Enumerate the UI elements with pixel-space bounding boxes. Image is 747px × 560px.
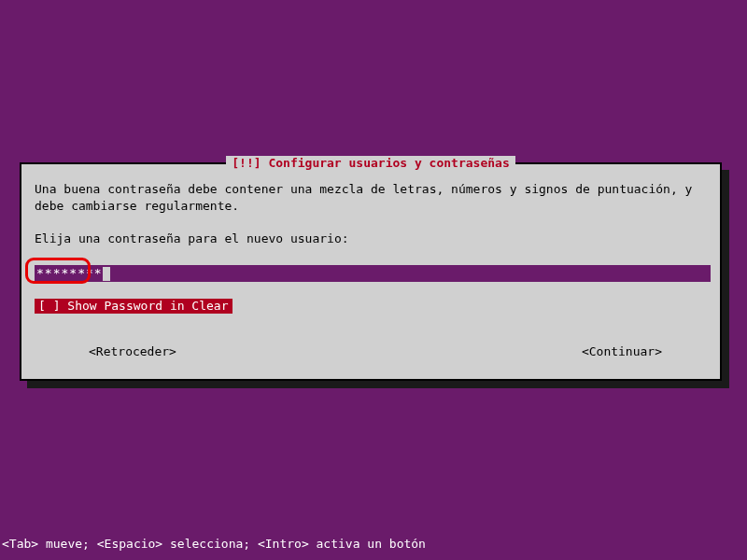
dialog-title-mask: [!!] Configurar usuarios y contraseñas [226,156,514,170]
continue-button[interactable]: <Continuar> [582,344,662,358]
dialog-title-prefix: [!!] [232,156,268,170]
password-value: ******** [36,266,103,280]
password-input[interactable]: ******** [35,265,711,282]
dialog-title-wrap: [!!] Configurar usuarios y contraseñas [21,156,720,170]
show-password-checkbox[interactable]: [ ] Show Password in Clear [35,299,233,314]
password-prompt: Elija una contraseña para el nuevo usuar… [35,231,349,245]
dialog-body-text: Una buena contraseña debe contener una m… [35,181,707,215]
password-dialog: [!!] Configurar usuarios y contraseñas U… [20,162,722,381]
status-bar: <Tab> mueve; <Espacio> selecciona; <Intr… [2,537,426,551]
text-cursor [103,267,110,281]
back-button[interactable]: <Retroceder> [89,344,176,358]
dialog-title: Configurar usuarios y contraseñas [268,156,509,170]
